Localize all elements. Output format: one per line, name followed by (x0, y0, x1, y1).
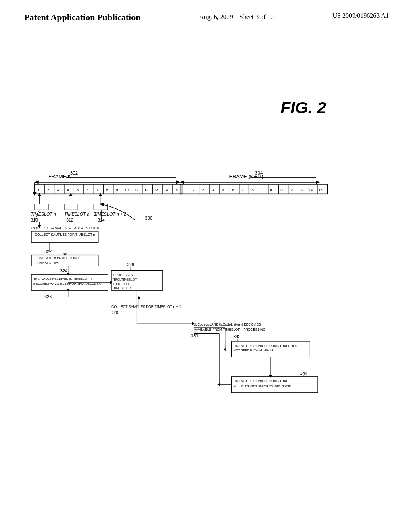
svg-text:BECOMES AVAILABLE FROM TFCI DE: BECOMES AVAILABLE FROM TFCI DECODER (33, 282, 101, 285)
svg-text:TIMESLOT n + 1 PROCESSING THAT: TIMESLOT n + 1 PROCESSING THAT DOES (233, 344, 297, 348)
svg-text:11: 11 (279, 188, 283, 192)
svg-text:302: 302 (70, 170, 78, 175)
svg-marker-122 (67, 289, 70, 291)
svg-marker-124 (67, 273, 70, 275)
patent-diagram: FIG. 2 FRAME K 302 1 2 3 4 (0, 27, 413, 499)
svg-text:6: 6 (232, 188, 234, 192)
svg-text:COLLECT SAMPLES FOR TIMESLOT n: COLLECT SAMPLES FOR TIMESLOT n + 1 (111, 305, 181, 309)
svg-text:328: 328 (127, 262, 134, 267)
svg-text:AVAILABLE FROM TIMESLOT n PROC: AVAILABLE FROM TIMESLOT n PROCESSING (194, 328, 266, 332)
figure-label: FIG. 2 (280, 98, 326, 117)
svg-text:TFCI VALUE RECEIVED IN TIMESLO: TFCI VALUE RECEIVED IN TIMESLOT n (33, 277, 92, 281)
svg-text:344: 344 (300, 371, 307, 376)
svg-text:330: 330 (191, 333, 198, 338)
svg-text:7: 7 (242, 188, 244, 192)
patent-number: US 2009/0196263 A1 (332, 12, 389, 19)
svg-text:14: 14 (309, 188, 313, 192)
sheet-info: Sheet 3 of 10 (240, 13, 274, 20)
svg-text:304: 304 (255, 170, 263, 175)
svg-text:9: 9 (116, 188, 118, 192)
svg-text:13: 13 (299, 188, 303, 192)
svg-marker-137 (137, 296, 140, 299)
svg-text:3: 3 (57, 188, 59, 192)
svg-text:310: 310 (31, 218, 38, 222)
svg-text:340: 340 (112, 310, 119, 315)
svg-text:324: 324 (60, 268, 67, 273)
svg-text:PROCESS Rx: PROCESS Rx (113, 273, 133, 277)
svg-text:300: 300 (145, 215, 153, 220)
header-center: Aug. 6, 2009 Sheet 3 of 10 (199, 12, 273, 22)
svg-text:2: 2 (47, 188, 49, 192)
svg-text:15: 15 (319, 188, 323, 192)
svg-text:4: 4 (213, 188, 215, 192)
svg-text:NOT NEED tfcCodeListValid: NOT NEED tfcCodeListValid (233, 349, 273, 352)
svg-marker-2 (176, 180, 180, 184)
svg-text:10: 10 (269, 188, 273, 192)
svg-marker-37 (180, 180, 184, 184)
svg-marker-133 (110, 281, 112, 284)
svg-text:322: 322 (44, 249, 52, 254)
svg-text:15: 15 (174, 188, 178, 192)
svg-marker-162 (269, 375, 272, 378)
svg-text:tfcCodeList AND tfcCodeListVal: tfcCodeList AND tfcCodeListValid BECOMES (194, 323, 261, 326)
svg-text:5: 5 (77, 188, 79, 192)
svg-text:TIMESLOT n: TIMESLOT n (113, 286, 131, 290)
svg-marker-98 (99, 193, 102, 196)
svg-text:1: 1 (183, 188, 185, 192)
svg-text:312: 312 (66, 218, 73, 222)
svg-marker-38 (316, 180, 320, 184)
svg-text:1: 1 (38, 188, 40, 192)
pub-date: Aug. 6, 2009 (199, 13, 233, 20)
svg-marker-79 (38, 193, 41, 196)
svg-text:TFCI/TIMESLOT: TFCI/TIMESLOT (113, 278, 137, 281)
diagram-area: FIG. 2 FRAME K 302 1 2 3 4 (0, 27, 413, 499)
svg-text:10: 10 (125, 188, 129, 192)
svg-text:9: 9 (262, 188, 264, 192)
svg-text:TIMESLOT n + 2: TIMESLOT n + 2 (94, 212, 126, 216)
svg-text:326: 326 (44, 294, 52, 299)
svg-text:11: 11 (135, 188, 139, 192)
svg-text:COLLECT SAMPLES FOR TIMESLOT n: COLLECT SAMPLES FOR TIMESLOT n (31, 226, 99, 230)
svg-text:314: 314 (98, 218, 105, 222)
svg-text:12: 12 (144, 188, 148, 192)
svg-text:13: 13 (154, 188, 158, 192)
svg-text:COLLECT SAMPLES FOR TIMESLOT n: COLLECT SAMPLES FOR TIMESLOT n (35, 233, 95, 237)
svg-text:TIMESLOT n+1: TIMESLOT n+1 (37, 261, 60, 265)
svg-text:6: 6 (87, 188, 89, 192)
svg-text:2: 2 (193, 188, 195, 192)
svg-text:TIMESLOT n + 1 PROCESSING THAT: TIMESLOT n + 1 PROCESSING THAT (233, 379, 288, 383)
svg-marker-90 (69, 193, 73, 196)
svg-text:RATE FOR: RATE FOR (113, 282, 129, 286)
page-header: Patent Application Publication Aug. 6, 2… (0, 0, 413, 27)
svg-text:7: 7 (96, 188, 98, 192)
svg-text:8: 8 (252, 188, 254, 192)
svg-text:TIMESLOT n + 1: TIMESLOT n + 1 (64, 212, 97, 216)
publication-title: Patent Application Publication (24, 12, 140, 23)
svg-text:8: 8 (106, 188, 108, 192)
svg-text:4: 4 (67, 188, 69, 192)
svg-marker-1 (35, 180, 39, 184)
svg-marker-114 (63, 254, 67, 256)
svg-text:NEEDS tfcCodeList AND tfcCodeL: NEEDS tfcCodeList AND tfcCodeListValid (233, 384, 291, 388)
svg-text:14: 14 (164, 188, 168, 192)
svg-text:5: 5 (222, 188, 224, 192)
svg-text:3: 3 (202, 188, 204, 192)
svg-text:TIMESLOT n: TIMESLOT n (31, 212, 56, 216)
svg-text:TIMESLOT n PROCESSING: TIMESLOT n PROCESSING (37, 256, 79, 260)
svg-text:342: 342 (233, 334, 240, 339)
svg-text:12: 12 (289, 188, 293, 192)
frame-k-label: FRAME K (48, 174, 71, 179)
